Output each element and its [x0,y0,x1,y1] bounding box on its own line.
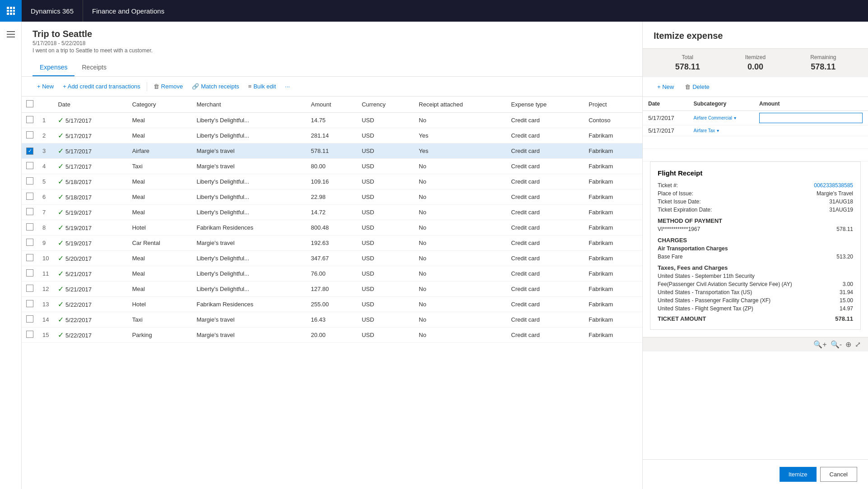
header-project[interactable]: Project [584,97,642,113]
receipt-ticket-number[interactable]: 0062338538585 [814,182,853,189]
header-amount[interactable]: Amount [306,97,357,113]
header-category[interactable]: Category [128,97,192,113]
row-date: ✓ 5/18/2017 [53,174,127,189]
add-credit-card-button[interactable]: + Add credit card transactions [58,80,145,92]
row-category: Hotel [128,220,192,235]
row-category: Car Rental [128,235,192,251]
table-row[interactable]: 9 ✓ 5/19/2017 Car Rental Margie's travel… [22,235,642,251]
row-checkbox[interactable] [22,297,38,312]
tab-receipts[interactable]: Receipts [74,59,113,76]
table-row[interactable]: 13 ✓ 5/22/2017 Hotel Fabrikam Residences… [22,297,642,312]
row-checkbox[interactable] [22,174,38,189]
itemize-button[interactable]: Itemize [780,467,817,482]
finance-nav-link[interactable]: Finance and Operations [83,0,173,22]
status-icon: ✓ [58,300,64,308]
row-currency: USD [357,113,414,128]
header-receipt[interactable]: Receipt attached [414,97,506,113]
receipt-zoom-bar: 🔍+ 🔍- ⊕ ⤢ [643,337,868,351]
dynamics-nav-link[interactable]: Dynamics 365 [22,0,83,22]
row-merchant: Liberty's Delightful... [192,266,306,281]
row-checkbox[interactable] [22,312,38,328]
row-receipt: No [414,312,506,328]
header-expense-type[interactable]: Expense type [506,97,584,113]
row-date: ✓ 5/17/2017 [53,113,127,128]
row-checkbox[interactable] [22,143,38,159]
status-icon: ✓ [58,193,64,201]
row-checkbox[interactable] [22,281,38,297]
table-row[interactable]: 1 ✓ 5/17/2017 Meal Liberty's Delightful.… [22,113,642,128]
table-row[interactable]: 11 ✓ 5/21/2017 Meal Liberty's Delightful… [22,266,642,281]
row-checkbox[interactable] [22,235,38,251]
row-checkbox[interactable] [22,266,38,281]
itemize-amount-2 [754,125,868,136]
row-num: 3 [38,143,53,159]
header-date[interactable]: Date [53,97,127,113]
row-checkbox[interactable] [22,159,38,174]
table-row[interactable]: 8 ✓ 5/19/2017 Hotel Fabrikam Residences … [22,220,642,235]
table-row[interactable]: 12 ✓ 5/21/2017 Meal Liberty's Delightful… [22,281,642,297]
zoom-out-button[interactable]: 🔍- [831,340,842,349]
row-checkbox[interactable] [22,113,38,128]
itemize-summary: Total 578.11 Itemized 0.00 Remaining 578… [643,49,868,77]
expenses-table: Date Category Merchant Amount Currency R… [22,97,642,343]
itemize-subcategory-2[interactable]: Airfare Tax ▾ [688,125,754,136]
receipt-issue-date-value: 31AUG18 [829,198,853,205]
row-project: Contoso [584,113,642,128]
table-row[interactable]: 14 ✓ 5/22/2017 Taxi Margie's travel 16.4… [22,312,642,328]
summary-itemized: Itemized 0.00 [721,54,789,72]
row-num: 14 [38,312,53,328]
row-category: Meal [128,189,192,205]
more-options-button[interactable]: ··· [280,80,294,92]
row-date: ✓ 5/22/2017 [53,328,127,343]
table-row[interactable]: 15 ✓ 5/22/2017 Parking Margie's travel 2… [22,328,642,343]
header-checkbox[interactable] [22,97,38,113]
itemize-amount-1[interactable] [754,111,868,125]
receipt-charges-header: CHARGES [658,237,853,244]
cancel-button[interactable]: Cancel [820,467,857,482]
row-checkbox[interactable] [22,189,38,205]
receipt-place-row: Place of Issue: Margie's Travel [658,190,853,197]
table-row[interactable]: 3 ✓ 5/17/2017 Airfare Margie's travel 57… [22,143,642,159]
row-num: 15 [38,328,53,343]
zoom-in-button[interactable]: 🔍+ [813,340,826,349]
match-receipts-button[interactable]: 🔗 Match receipts [187,80,244,92]
row-checkbox[interactable] [22,251,38,266]
row-currency: USD [357,235,414,251]
status-icon: ✓ [58,147,64,155]
table-row[interactable]: 5 ✓ 5/18/2017 Meal Liberty's Delightful.… [22,174,642,189]
row-merchant: Liberty's Delightful... [192,281,306,297]
table-row[interactable]: 7 ✓ 5/19/2017 Meal Liberty's Delightful.… [22,205,642,220]
itemize-delete-button[interactable]: 🗑 Delete [681,82,713,92]
row-checkbox[interactable] [22,328,38,343]
status-icon: ✓ [58,116,64,124]
row-checkbox[interactable] [22,128,38,143]
table-row[interactable]: 10 ✓ 5/20/2017 Meal Liberty's Delightful… [22,251,642,266]
itemize-subcategory-1[interactable]: Airfare Commercial ▾ [688,111,754,125]
itemize-amount-input-1[interactable] [759,113,863,123]
row-receipt: No [414,251,506,266]
receipt-title: Flight Receipt [658,169,853,177]
svg-rect-7 [10,13,12,15]
receipt-ticket-amount-label: TICKET AMOUNT [658,315,706,322]
row-checkbox[interactable] [22,220,38,235]
itemize-new-button[interactable]: + New [654,82,678,92]
header-currency[interactable]: Currency [357,97,414,113]
zoom-reset-button[interactable]: ⊕ [845,340,851,349]
table-row[interactable]: 2 ✓ 5/17/2017 Meal Liberty's Delightful.… [22,128,642,143]
bulk-edit-button[interactable]: ≡ Bulk edit [244,80,280,92]
itemize-entries-table: Date Subcategory Amount 5/17/2017 Airfar… [643,97,868,161]
table-row[interactable]: 6 ✓ 5/18/2017 Meal Liberty's Delightful.… [22,189,642,205]
tab-expenses[interactable]: Expenses [32,59,74,76]
new-expense-button[interactable]: + New [32,80,58,92]
grid-menu-button[interactable] [0,0,22,22]
row-amount: 281.14 [306,128,357,143]
row-num: 9 [38,235,53,251]
table-row[interactable]: 4 ✓ 5/17/2017 Taxi Margie's travel 80.00… [22,159,642,174]
panel-title: Itemize expense [654,31,857,41]
fullscreen-button[interactable]: ⤢ [855,340,861,349]
sidebar-menu-icon[interactable] [2,25,20,43]
header-merchant[interactable]: Merchant [192,97,306,113]
remove-button[interactable]: 🗑 Remove [149,80,187,92]
row-checkbox[interactable] [22,205,38,220]
status-icon: ✓ [58,270,64,277]
